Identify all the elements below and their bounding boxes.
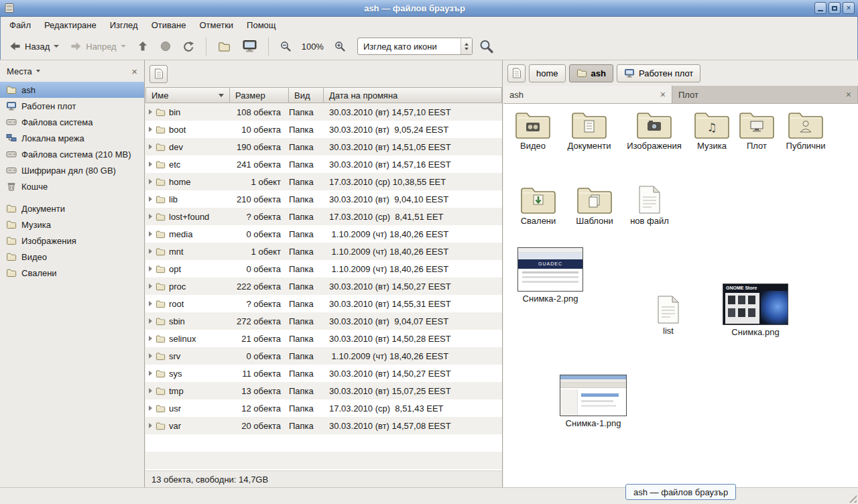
expander-icon[interactable] xyxy=(149,423,152,428)
table-row[interactable]: sys11 обектаПапка30.03.2010 (вт) 14,50,2… xyxy=(145,365,502,382)
places-title[interactable]: Места xyxy=(7,66,32,76)
tab-close-icon[interactable]: × xyxy=(846,89,851,100)
file-icon-item[interactable]: Плот xyxy=(729,108,785,151)
sidebar-item[interactable]: Файлова система xyxy=(0,114,144,130)
table-row[interactable]: root? обектаПапка30.03.2010 (вт) 14,55,3… xyxy=(145,295,502,312)
column-header[interactable]: Дата на промяна xyxy=(324,87,502,103)
expander-icon[interactable] xyxy=(149,196,152,202)
file-icon-item[interactable]: Документи xyxy=(561,108,617,151)
expander-icon[interactable] xyxy=(149,249,152,254)
sidebar-item[interactable]: Музика xyxy=(0,216,144,233)
sidebar-item[interactable]: Кошче xyxy=(0,178,144,194)
expander-icon[interactable] xyxy=(149,144,152,149)
menu-item[interactable]: Файл xyxy=(3,18,38,32)
menu-item[interactable]: Помощ xyxy=(240,18,282,32)
table-row[interactable]: bin108 обектаПапка30.03.2010 (вт) 14,57,… xyxy=(145,103,502,121)
menu-item[interactable]: Отметки xyxy=(192,18,240,32)
pathbar-toggle-button[interactable] xyxy=(507,64,526,82)
table-row[interactable]: etc241 обектаПапка30.03.2010 (вт) 14,57,… xyxy=(145,155,502,173)
column-header[interactable]: Размер xyxy=(230,87,289,103)
breadcrumb-button[interactable]: home xyxy=(529,64,566,82)
tab[interactable]: ash× xyxy=(503,86,672,103)
table-row[interactable]: mnt1 обектПапка 1.10.2009 (чт) 18,40,26 … xyxy=(145,243,502,260)
expander-icon[interactable] xyxy=(149,336,152,341)
expander-icon[interactable] xyxy=(149,162,152,167)
breadcrumb-button[interactable]: ash xyxy=(569,64,613,82)
reload-button[interactable] xyxy=(178,36,200,56)
resize-grip[interactable] xyxy=(847,493,857,503)
table-row[interactable]: usr12 обектаПапка17.03.2010 (ср) 8,51,43… xyxy=(145,399,502,417)
table-row[interactable]: srv0 обектаПапка 1.10.2009 (чт) 18,40,26… xyxy=(145,347,502,365)
zoom-out-button[interactable] xyxy=(275,36,296,56)
table-row[interactable]: dev190 обектаПапка30.03.2010 (вт) 14,51,… xyxy=(145,138,502,155)
combo-spinner-icon[interactable] xyxy=(461,38,472,54)
menu-item[interactable]: Отиване xyxy=(145,18,193,32)
expander-icon[interactable] xyxy=(149,231,152,237)
expander-icon[interactable] xyxy=(149,284,152,289)
minimize-button[interactable] xyxy=(814,2,826,14)
column-header[interactable]: Вид xyxy=(289,87,324,103)
sidebar-item[interactable]: Изображения xyxy=(0,233,144,249)
sidebar-item[interactable]: Работен плот xyxy=(0,98,144,114)
expander-icon[interactable] xyxy=(149,353,152,359)
table-row[interactable]: lost+found? обектаПапка17.03.2010 (ср) 8… xyxy=(145,208,502,225)
home-button[interactable] xyxy=(212,36,236,57)
expander-icon[interactable] xyxy=(149,318,152,324)
forward-button[interactable]: Напред xyxy=(65,36,130,56)
table-row[interactable]: var20 обектаПапка30.03.2010 (вт) 14,57,0… xyxy=(145,417,502,434)
zoom-in-button[interactable] xyxy=(329,36,351,56)
up-button[interactable] xyxy=(132,36,154,56)
table-row[interactable]: lib210 обектаПапка30.03.2010 (вт) 9,04,1… xyxy=(145,190,502,208)
places-dropdown-icon[interactable] xyxy=(36,70,40,72)
view-mode-select[interactable]: Изглед като икони xyxy=(357,38,473,55)
file-icon-item[interactable]: list xyxy=(640,293,696,336)
file-icon-item[interactable]: Свалени xyxy=(510,183,566,226)
file-icon-item[interactable]: нов файл xyxy=(621,183,678,226)
pathbar-toggle-button[interactable] xyxy=(149,65,168,83)
tab[interactable]: Плот× xyxy=(672,86,858,103)
maximize-button[interactable] xyxy=(829,2,841,14)
menu-item[interactable]: Редактиране xyxy=(38,18,103,32)
file-icon-item[interactable]: Видео xyxy=(505,108,561,151)
sidebar-item[interactable]: Файлова система (210 MB) xyxy=(0,146,144,162)
stop-button[interactable] xyxy=(155,36,176,56)
file-icon-item[interactable]: GUADEC Снимка-2.png xyxy=(515,247,585,304)
expander-icon[interactable] xyxy=(149,301,152,306)
close-button[interactable]: × xyxy=(843,2,855,14)
sidebar-item[interactable]: Шифриран дял (80 GB) xyxy=(0,162,144,178)
expander-icon[interactable] xyxy=(149,388,152,393)
expander-icon[interactable] xyxy=(149,405,152,411)
table-row[interactable]: opt0 обектаПапка 1.10.2009 (чт) 18,40,26… xyxy=(145,260,502,277)
expander-icon[interactable] xyxy=(149,371,152,376)
sidebar-close-icon[interactable]: × xyxy=(131,66,137,77)
file-icon-item[interactable]: GNOME Store Снимка.png xyxy=(721,284,790,337)
table-row[interactable]: selinux21 обектаПапка30.03.2010 (вт) 14,… xyxy=(145,330,502,347)
table-row[interactable]: tmp13 обектаПапка30.03.2010 (вт) 15,07,2… xyxy=(145,382,502,399)
table-row[interactable]: proc222 обектаПапка30.03.2010 (вт) 14,50… xyxy=(145,277,502,295)
expander-icon[interactable] xyxy=(149,214,152,219)
expander-icon[interactable] xyxy=(149,127,152,132)
file-icon-item[interactable]: Изображения xyxy=(626,108,682,151)
table-row[interactable]: media0 обектаПапка 1.10.2009 (чт) 18,40,… xyxy=(145,225,502,243)
expander-icon[interactable] xyxy=(149,109,152,115)
menu-item[interactable]: Изглед xyxy=(103,18,145,32)
zoom-level-label[interactable]: 100% xyxy=(298,42,328,52)
table-row[interactable]: home1 обектПапка17.03.2010 (ср) 10,38,55… xyxy=(145,173,502,190)
file-icon-item[interactable]: Публични xyxy=(778,108,834,151)
sidebar-item[interactable]: Локална мрежа xyxy=(0,130,144,146)
file-icon-item[interactable]: Снимка-1.png xyxy=(558,375,628,428)
table-row[interactable]: boot10 обектаПапка30.03.2010 (вт) 9,05,2… xyxy=(145,121,502,138)
sidebar-item[interactable]: Свалени xyxy=(0,265,144,281)
breadcrumb-button[interactable]: Работен плот xyxy=(617,64,700,82)
sidebar-item[interactable]: ash xyxy=(0,82,144,98)
column-header[interactable]: Име xyxy=(145,87,230,103)
titlebar[interactable]: ash — файлов браузър × xyxy=(0,0,858,17)
sidebar-item[interactable]: Видео xyxy=(0,249,144,265)
back-button[interactable]: Назад xyxy=(4,36,64,56)
search-button[interactable] xyxy=(474,35,499,58)
table-row[interactable]: sbin272 обектаПапка30.03.2010 (вт) 9,04,… xyxy=(145,312,502,330)
sidebar-item[interactable]: Документи xyxy=(0,200,144,216)
expander-icon[interactable] xyxy=(149,266,152,271)
file-icon-item[interactable]: Шаблони xyxy=(566,183,623,226)
expander-icon[interactable] xyxy=(149,179,152,184)
